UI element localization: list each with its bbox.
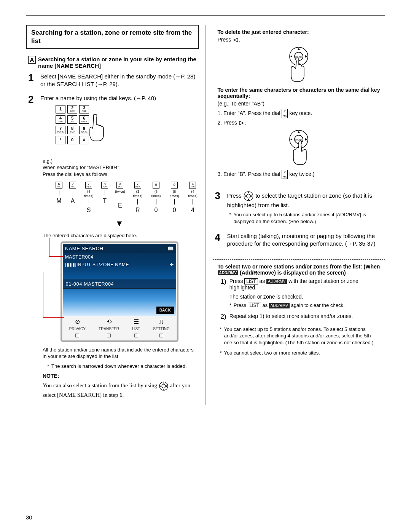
- hint1-heading: To delete the just entered character:: [218, 29, 381, 35]
- box2-bullet1: *You can select up to 5 stations and/or …: [220, 326, 381, 346]
- dial-key: 1: [56, 105, 65, 113]
- screen-prompt: [▮▮▮]INPUT ST/ZONE NAME: [65, 262, 129, 268]
- dial-seq-item: 7PQRS(3 times)R: [132, 182, 143, 214]
- left-column: Searching for a station, zone or remote …: [26, 25, 206, 405]
- step3-bullet: *You can select up to 5 stations and/or …: [229, 211, 386, 225]
- step-1: 1 Select [NAME SEARCH] either in the sta…: [26, 73, 199, 88]
- screen-result-row: 01-004 MASTER004: [63, 280, 176, 289]
- step-1-text: Select [NAME SEARCH] either in the stand…: [40, 73, 199, 88]
- dial-seq-item: 8TUVT: [101, 182, 108, 214]
- cursor-cross-icon: ✢: [170, 262, 174, 268]
- box2-step2: 2) Repeat step 1) to select more station…: [221, 313, 381, 321]
- step-number-4: 4: [215, 232, 223, 248]
- section-title: Searching for a station, zone or remote …: [26, 25, 199, 49]
- dial-key: 4GHI: [56, 115, 65, 124]
- step-number-2: 2: [28, 94, 37, 399]
- svg-point-9: [247, 194, 251, 198]
- joystick-press-left-illustration: ZOOM: [284, 46, 314, 84]
- triangle-right-icon: [239, 120, 245, 126]
- screen-title: NAME SEARCH: [65, 245, 104, 252]
- step-3: 3 Press to select the target station or …: [213, 191, 386, 226]
- keypad-illustration: 12ABC3DEF4GHI5JKL6MNO7PQRS8TUV9WXYZ*0#: [56, 105, 132, 155]
- step-2: 2 Enter a name by using the dial keys. (…: [26, 94, 199, 399]
- back-button[interactable]: BACK: [156, 307, 174, 314]
- screen-caption-top: The entered characters are displayed her…: [43, 232, 199, 239]
- box2-heading: To select two or more stations and/or zo…: [218, 264, 381, 276]
- dial-key: 8TUV: [67, 126, 77, 134]
- softkey-setting[interactable]: ⎍SETTING: [153, 318, 169, 337]
- book-icon: 📖: [167, 245, 174, 252]
- dial-seq-item: 4GHI(4 times)4: [187, 182, 198, 214]
- step-number-3: 3: [215, 191, 223, 226]
- step-4: 4 Start calling (talking), monitoring or…: [213, 232, 386, 248]
- svg-point-1: [162, 384, 166, 388]
- dial-key: 7PQRS: [56, 126, 65, 134]
- subsection-A-heading: A Searching for a station or zone in you…: [26, 56, 199, 69]
- letter-A-box: A: [28, 56, 36, 64]
- example-block: e.g.) When searching for "MASTER004"; Pr…: [43, 158, 199, 178]
- add-remove-badge: ADD/RMV: [218, 270, 239, 275]
- hint-box-multi-select: To select two or more stations and/or zo…: [213, 259, 386, 362]
- dial-seq-item: 0(8 times)0: [150, 182, 162, 214]
- dial-seq-item: 3DEF(twice)E: [115, 182, 125, 214]
- dial-seq-item: 0(8 times)0: [169, 182, 180, 214]
- dial-key-2-icon: 2ABC: [282, 170, 288, 179]
- list-button[interactable]: LIST: [248, 302, 261, 309]
- lcd-screen-illustration: NAME SEARCH📖 MASTER004 [▮▮▮]INPUT ST/ZON…: [61, 241, 178, 342]
- dial-key: 3DEF: [79, 105, 89, 113]
- dial-key: 5JKL: [67, 115, 77, 124]
- down-triangle-icon: ▼: [40, 218, 199, 229]
- manual-page: Searching for a station, zone or remote …: [0, 0, 411, 532]
- screen-entered-text: MASTER004: [63, 253, 176, 261]
- dial-sequence: 6MNOM2ABCA7PQRS(4 times)S8TUVT3DEF(twice…: [56, 182, 199, 214]
- step-2-text: Enter a name by using the dial keys. (→P…: [40, 94, 199, 102]
- dial-seq-item: 7PQRS(4 times)S: [83, 182, 94, 214]
- subsection-A-text: Searching for a station or zone in your …: [38, 56, 199, 69]
- joystick-press-right-illustration: ZOOM: [284, 129, 314, 167]
- dial-key: *: [56, 136, 65, 144]
- softkey-privacy[interactable]: ⊘PRIVACY: [69, 318, 86, 337]
- step-number-1: 1: [28, 73, 37, 88]
- hint2-heading: To enter the same characters or characte…: [218, 87, 381, 99]
- add-remove-badge: ADD/RMV: [266, 279, 287, 284]
- joystick-icon: [243, 191, 254, 201]
- joystick-icon: [159, 381, 169, 391]
- list-button[interactable]: LIST: [244, 278, 258, 284]
- box2-step1: 1) Press LIST as ADD/RMV with the target…: [221, 278, 381, 311]
- screen-caption-bottom: All the station and/or zone names that i…: [43, 347, 196, 360]
- bullet-narrow-search: *The search is narrowed down whenever a …: [47, 363, 199, 370]
- dial-key-2-icon: 2ABC: [282, 109, 288, 118]
- top-rule: [26, 15, 385, 16]
- hand-icon: [86, 113, 109, 143]
- dial-seq-item: 2ABCA: [69, 182, 76, 214]
- triangle-left-icon: [233, 37, 239, 43]
- page-number: 30: [26, 514, 32, 521]
- hint-box-delete-char: To delete the just entered character: Pr…: [213, 25, 386, 183]
- dial-key: 2ABC: [67, 105, 77, 113]
- screen-softkeys: ⊘PRIVACY⟲TRANSFER☰LIST⎍SETTING: [63, 316, 176, 340]
- dial-seq-item: 6MNOM: [56, 182, 62, 214]
- note-label: NOTE:: [43, 372, 196, 380]
- dial-key: 0: [67, 136, 77, 144]
- box2-bullet2: *You cannot select two or more remote si…: [220, 350, 381, 356]
- softkey-transfer[interactable]: ⟲TRANSFER: [99, 318, 119, 337]
- right-column: To delete the just entered character: Pr…: [206, 25, 386, 405]
- softkey-list[interactable]: ☰LIST: [132, 318, 140, 337]
- note-text: You can also select a station from the l…: [43, 381, 196, 399]
- add-remove-badge: ADD/RMV: [269, 303, 290, 309]
